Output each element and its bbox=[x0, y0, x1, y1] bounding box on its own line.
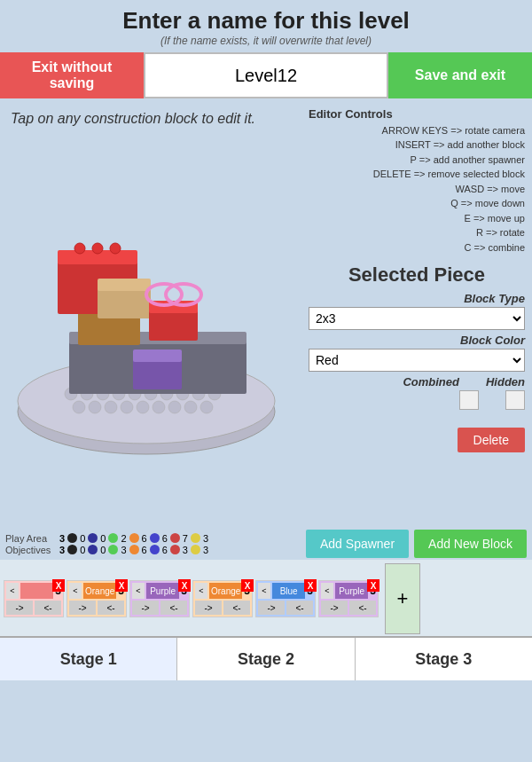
carousel-item-5: X < Blue 3 -> <- bbox=[255, 580, 316, 617]
svg-point-18 bbox=[168, 401, 181, 413]
obj-dot-black bbox=[67, 545, 77, 554]
block-color-label: Block Color bbox=[309, 334, 525, 347]
obj-dot-darkblue bbox=[88, 545, 98, 554]
top-bar: Exit without saving Save and exit bbox=[0, 52, 532, 98]
carousel-item-6-color: Purple bbox=[335, 583, 368, 599]
editor-controls-line-5: WASD => move bbox=[309, 182, 525, 197]
carousel-item-4-left-arrow[interactable]: < bbox=[195, 583, 207, 599]
play-area-row: Play Area 3 0 0 2 6 6 7 3 bbox=[5, 533, 306, 544]
carousel-item-4-bottom: -> <- bbox=[195, 601, 250, 615]
combined-checkbox[interactable] bbox=[459, 390, 479, 410]
carousel-item-3-bottom: -> <- bbox=[132, 601, 187, 615]
stage-tabs: Stage 1 Stage 2 Stage 3 bbox=[0, 636, 532, 680]
obj-dot-blue bbox=[150, 545, 160, 554]
carousel-item-1-delete[interactable]: X bbox=[52, 579, 65, 592]
editor-controls-line-4: DELETE => remove selected block bbox=[309, 167, 525, 182]
carousel-item-5-color: Blue bbox=[272, 583, 305, 599]
obj-dot-blue-count: 6 bbox=[162, 545, 168, 555]
selected-piece-title: Selected Piece bbox=[309, 263, 525, 287]
stage-tab-1[interactable]: Stage 1 bbox=[0, 638, 177, 680]
carousel-item-4-prev[interactable]: -> bbox=[195, 601, 222, 615]
carousel-item-4-delete[interactable]: X bbox=[241, 579, 254, 592]
svg-point-20 bbox=[200, 401, 213, 413]
stage-tab-3[interactable]: Stage 3 bbox=[356, 638, 532, 680]
carousel-item-2-next[interactable]: <- bbox=[98, 601, 124, 615]
add-spawner-button[interactable]: Add Spawner bbox=[306, 530, 409, 558]
obj-dot-red-count: 3 bbox=[183, 545, 188, 555]
carousel-item-6-left-arrow[interactable]: < bbox=[321, 583, 333, 599]
play-area-total: 3 bbox=[59, 533, 65, 544]
hidden-checkbox[interactable] bbox=[505, 390, 525, 410]
hidden-label: Hidden bbox=[486, 375, 525, 389]
carousel-item-2-prev[interactable]: -> bbox=[69, 601, 96, 615]
editor-controls-line-1: ARROW KEYS => rotate camera bbox=[309, 123, 525, 138]
editor-controls-line-3: P => add another spawner bbox=[309, 153, 525, 168]
dot-orange-count-play: 6 bbox=[142, 533, 147, 544]
carousel-item-1-color bbox=[20, 583, 53, 599]
carousel-item-5-prev[interactable]: -> bbox=[258, 601, 285, 615]
svg-point-42 bbox=[92, 243, 103, 254]
block-type-label: Block Type bbox=[309, 292, 525, 305]
stage-tab-2[interactable]: Stage 2 bbox=[177, 638, 355, 680]
svg-rect-44 bbox=[98, 287, 151, 318]
obj-dot-red bbox=[170, 545, 180, 554]
carousel-item-1-next[interactable]: <- bbox=[35, 601, 61, 615]
carousel-item-5-left-arrow[interactable]: < bbox=[258, 583, 270, 599]
dot-blue-count-play: 6 bbox=[162, 533, 168, 544]
carousel-item-3-left-arrow[interactable]: < bbox=[132, 583, 145, 599]
dot-red-count-play: 7 bbox=[183, 533, 188, 544]
add-carousel-item-button[interactable]: + bbox=[385, 563, 420, 634]
editor-controls-line-8: R => rotate bbox=[309, 225, 525, 240]
editor-controls-line-7: E => move up bbox=[309, 211, 525, 226]
lego-scene[interactable]: ? ? ? ? ? ? ? ? ? ? ? ? bbox=[9, 132, 293, 469]
svg-point-43 bbox=[110, 243, 121, 254]
carousel-item-2-color: Orange bbox=[83, 583, 116, 599]
svg-rect-45 bbox=[98, 279, 151, 291]
dot-orange bbox=[129, 533, 139, 543]
editor-controls-line-2: INSERT => add another block bbox=[309, 137, 525, 153]
carousel-item-2-left-arrow[interactable]: < bbox=[69, 583, 82, 599]
page-subtitle: (If the name exists, it will overwrite t… bbox=[0, 35, 532, 47]
carousel-item-6-prev[interactable]: -> bbox=[321, 601, 348, 615]
block-color-select[interactable]: Red Blue Green Yellow Orange Purple Gray… bbox=[309, 349, 525, 372]
objectives-row: Objectives 3 0 0 3 6 6 3 3 bbox=[5, 545, 306, 555]
carousel-item-6-next[interactable]: <- bbox=[349, 601, 376, 615]
obj-dot-yellow-count: 3 bbox=[203, 545, 208, 555]
exit-without-saving-button[interactable]: Exit without saving bbox=[0, 52, 144, 98]
carousel-item-6-bottom: -> <- bbox=[321, 601, 376, 615]
carousel-item-1: X < 3 -> <- bbox=[4, 580, 64, 617]
carousel-item-4: X < Orange 3 -> <- bbox=[192, 580, 253, 617]
objectives-label: Objectives bbox=[5, 545, 57, 555]
carousel-item-1-left-arrow[interactable]: < bbox=[6, 583, 19, 599]
carousel-item-4-color: Orange bbox=[209, 583, 242, 599]
carousel-item-3-delete[interactable]: X bbox=[178, 579, 191, 592]
add-new-block-button[interactable]: Add New Block bbox=[414, 530, 527, 558]
delete-button[interactable]: Delete bbox=[458, 428, 525, 452]
carousel-item-6-delete[interactable]: X bbox=[367, 579, 379, 592]
carousel-item-3-next[interactable]: <- bbox=[160, 601, 187, 615]
editor-controls-title: Editor Controls bbox=[309, 107, 393, 121]
tap-hint: Tap on any construction block to edit it… bbox=[4, 106, 298, 132]
carousel-item-3-prev[interactable]: -> bbox=[132, 601, 159, 615]
dot-blue bbox=[150, 533, 160, 543]
right-panel: Editor Controls ARROW KEYS => rotate cam… bbox=[301, 102, 532, 528]
combined-label: Combined bbox=[403, 375, 459, 389]
carousel-item-5-bottom: -> <- bbox=[258, 601, 313, 615]
dot-darkblue bbox=[88, 533, 98, 543]
play-area-label: Play Area bbox=[5, 533, 57, 544]
block-type-select[interactable]: 2x3 1x1 1x2 2x2 2x4 3x3 bbox=[309, 307, 525, 330]
carousel-item-5-next[interactable]: <- bbox=[286, 601, 313, 615]
editor-controls: Editor Controls ARROW KEYS => rotate cam… bbox=[309, 106, 525, 255]
save-and-exit-button[interactable]: Save and exit bbox=[388, 52, 532, 98]
header: Enter a name for this level (If the name… bbox=[0, 0, 532, 49]
level-name-input[interactable] bbox=[144, 52, 388, 98]
carousel-item-2: X < Orange 3 -> <- bbox=[66, 580, 127, 617]
carousel-item-4-next[interactable]: <- bbox=[223, 601, 250, 615]
dot-black bbox=[67, 533, 77, 543]
checkbox-group bbox=[309, 390, 525, 410]
carousel-item-1-prev[interactable]: -> bbox=[6, 601, 33, 615]
obj-dot-orange-count: 6 bbox=[142, 545, 147, 555]
carousel-item-2-delete[interactable]: X bbox=[115, 579, 128, 592]
carousel-item-3-color: Purple bbox=[146, 583, 179, 599]
carousel-item-5-delete[interactable]: X bbox=[304, 579, 317, 592]
